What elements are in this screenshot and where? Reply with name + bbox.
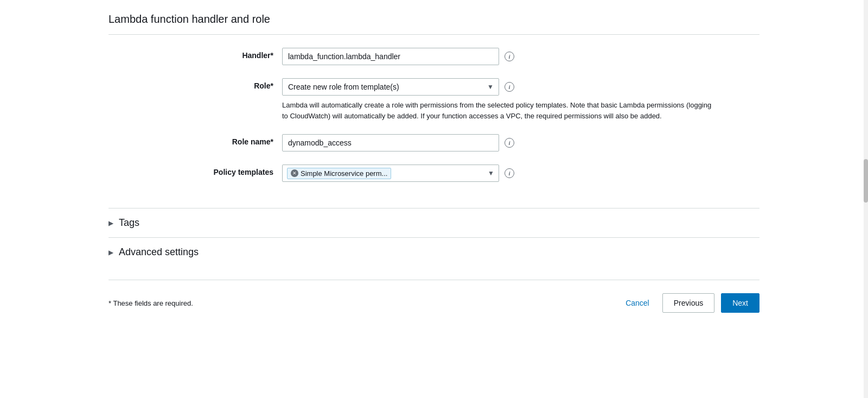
previous-button[interactable]: Previous — [662, 293, 714, 313]
role-row: Role* Create new role from template(s)Us… — [108, 78, 760, 121]
required-fields-note: * These fields are required. — [108, 299, 193, 307]
role-info-icon[interactable]: i — [505, 82, 514, 92]
tags-section: ▶ Tags — [108, 208, 760, 237]
tags-header[interactable]: ▶ Tags — [108, 217, 760, 229]
cancel-button[interactable]: Cancel — [619, 295, 656, 311]
role-input-row: Create new role from template(s)Use an e… — [282, 78, 760, 96]
role-name-row: Role name* i — [108, 134, 760, 151]
tag-remove-icon[interactable]: ✕ — [291, 169, 298, 177]
section-title: Lambda function handler and role — [108, 13, 760, 26]
handler-info-icon[interactable]: i — [505, 52, 514, 61]
role-select[interactable]: Create new role from template(s)Use an e… — [282, 78, 499, 96]
scrollbar-thumb[interactable] — [864, 159, 868, 203]
role-control: Create new role from template(s)Use an e… — [282, 78, 760, 121]
policy-info-icon[interactable]: i — [505, 168, 514, 178]
title-divider — [108, 34, 760, 35]
policy-templates-input-row: ✕ Simple Microservice perm... ▼ i — [282, 165, 760, 182]
policy-tag-label: Simple Microservice perm... — [301, 169, 387, 178]
handler-input-row: i — [282, 48, 760, 65]
role-name-label: Role name* — [108, 134, 282, 146]
advanced-settings-label: Advanced settings — [119, 247, 199, 258]
scrollbar-track — [864, 0, 868, 398]
role-name-control: i — [282, 134, 760, 151]
tags-chevron-icon: ▶ — [108, 219, 113, 227]
policy-templates-row: Policy templates ✕ Simple Microservice p… — [108, 165, 760, 182]
advanced-settings-section: ▶ Advanced settings — [108, 237, 760, 267]
advanced-settings-chevron-icon: ▶ — [108, 249, 113, 256]
handler-label: Handler* — [108, 48, 282, 60]
footer-buttons: Cancel Previous Next — [619, 293, 760, 313]
role-label: Role* — [108, 78, 282, 90]
role-select-wrap: Create new role from template(s)Use an e… — [282, 78, 499, 96]
policy-templates-label: Policy templates — [108, 165, 282, 176]
handler-control: i — [282, 48, 760, 65]
role-name-info-icon[interactable]: i — [505, 138, 514, 148]
handler-input[interactable] — [282, 48, 499, 65]
next-button[interactable]: Next — [721, 293, 760, 313]
advanced-settings-header[interactable]: ▶ Advanced settings — [108, 247, 760, 258]
tags-label: Tags — [119, 217, 139, 229]
policy-templates-control: ✕ Simple Microservice perm... ▼ i — [282, 165, 760, 182]
policy-dropdown-arrow[interactable]: ▼ — [488, 169, 496, 177]
policy-tag-wrap[interactable]: ✕ Simple Microservice perm... ▼ — [282, 165, 499, 182]
footer-divider — [108, 280, 760, 280]
role-name-input[interactable] — [282, 134, 499, 151]
handler-row: Handler* i — [108, 48, 760, 65]
footer-row: * These fields are required. Cancel Prev… — [108, 293, 760, 313]
role-help-text: Lambda will automatically create a role … — [282, 100, 716, 121]
role-name-input-row: i — [282, 134, 760, 151]
handler-role-form: Handler* i Role* Create new role from te… — [108, 48, 760, 208]
policy-template-tag: ✕ Simple Microservice perm... — [287, 168, 391, 179]
